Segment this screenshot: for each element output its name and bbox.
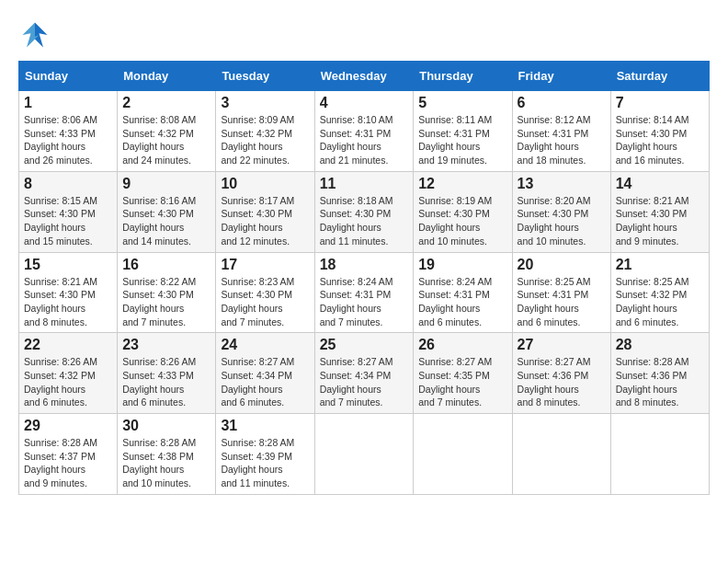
day-number: 16 <box>122 257 210 273</box>
day-info: Sunrise: 8:18 AM Sunset: 4:30 PM Dayligh… <box>320 194 409 248</box>
calendar-table: SundayMondayTuesdayWednesdayThursdayFrid… <box>18 61 710 495</box>
day-cell: 13 Sunrise: 8:20 AM Sunset: 4:30 PM Dayl… <box>512 171 610 252</box>
day-info: Sunrise: 8:28 AM Sunset: 4:39 PM Dayligh… <box>221 436 309 490</box>
day-number: 4 <box>320 95 409 111</box>
day-cell: 25 Sunrise: 8:27 AM Sunset: 4:34 PM Dayl… <box>314 333 414 414</box>
day-info: Sunrise: 8:27 AM Sunset: 4:36 PM Dayligh… <box>518 355 606 409</box>
day-cell: 28 Sunrise: 8:28 AM Sunset: 4:36 PM Dayl… <box>610 333 709 414</box>
day-info: Sunrise: 8:12 AM Sunset: 4:31 PM Dayligh… <box>518 113 606 167</box>
day-cell: 20 Sunrise: 8:25 AM Sunset: 4:31 PM Dayl… <box>512 252 610 333</box>
week-row-5: 29 Sunrise: 8:28 AM Sunset: 4:37 PM Dayl… <box>19 414 710 495</box>
day-cell: 3 Sunrise: 8:09 AM Sunset: 4:32 PM Dayli… <box>216 91 314 172</box>
day-info: Sunrise: 8:21 AM Sunset: 4:30 PM Dayligh… <box>24 275 112 329</box>
day-info: Sunrise: 8:14 AM Sunset: 4:30 PM Dayligh… <box>616 113 704 167</box>
day-number: 3 <box>221 95 309 111</box>
day-number: 21 <box>616 257 704 273</box>
header <box>18 18 710 52</box>
day-number: 26 <box>418 337 506 353</box>
day-cell: 5 Sunrise: 8:11 AM Sunset: 4:31 PM Dayli… <box>414 91 512 172</box>
day-number: 11 <box>320 176 409 192</box>
column-header-wednesday: Wednesday <box>314 62 414 91</box>
day-info: Sunrise: 8:27 AM Sunset: 4:35 PM Dayligh… <box>418 355 506 409</box>
day-cell: 26 Sunrise: 8:27 AM Sunset: 4:35 PM Dayl… <box>414 333 512 414</box>
day-number: 2 <box>122 95 210 111</box>
day-cell: 19 Sunrise: 8:24 AM Sunset: 4:31 PM Dayl… <box>414 252 512 333</box>
day-number: 19 <box>418 257 506 273</box>
day-cell: 11 Sunrise: 8:18 AM Sunset: 4:30 PM Dayl… <box>314 171 414 252</box>
day-cell: 2 Sunrise: 8:08 AM Sunset: 4:32 PM Dayli… <box>118 91 216 172</box>
day-cell: 16 Sunrise: 8:22 AM Sunset: 4:30 PM Dayl… <box>118 252 216 333</box>
column-header-tuesday: Tuesday <box>216 62 314 91</box>
day-cell: 6 Sunrise: 8:12 AM Sunset: 4:31 PM Dayli… <box>512 91 610 172</box>
day-cell: 10 Sunrise: 8:17 AM Sunset: 4:30 PM Dayl… <box>216 171 314 252</box>
header-row: SundayMondayTuesdayWednesdayThursdayFrid… <box>19 62 710 91</box>
day-cell: 9 Sunrise: 8:16 AM Sunset: 4:30 PM Dayli… <box>118 171 216 252</box>
day-info: Sunrise: 8:11 AM Sunset: 4:31 PM Dayligh… <box>418 113 506 167</box>
day-cell <box>414 414 512 495</box>
day-info: Sunrise: 8:25 AM Sunset: 4:32 PM Dayligh… <box>616 275 704 329</box>
day-info: Sunrise: 8:20 AM Sunset: 4:30 PM Dayligh… <box>518 194 606 248</box>
column-header-thursday: Thursday <box>414 62 512 91</box>
day-info: Sunrise: 8:26 AM Sunset: 4:32 PM Dayligh… <box>24 355 112 409</box>
day-cell: 1 Sunrise: 8:06 AM Sunset: 4:33 PM Dayli… <box>19 91 118 172</box>
day-cell: 22 Sunrise: 8:26 AM Sunset: 4:32 PM Dayl… <box>19 333 118 414</box>
day-number: 5 <box>418 95 506 111</box>
day-number: 12 <box>418 176 506 192</box>
day-info: Sunrise: 8:27 AM Sunset: 4:34 PM Dayligh… <box>221 355 309 409</box>
day-info: Sunrise: 8:09 AM Sunset: 4:32 PM Dayligh… <box>221 113 309 167</box>
day-number: 29 <box>24 418 112 434</box>
day-info: Sunrise: 8:25 AM Sunset: 4:31 PM Dayligh… <box>518 275 606 329</box>
day-info: Sunrise: 8:28 AM Sunset: 4:36 PM Dayligh… <box>616 355 704 409</box>
day-cell <box>610 414 709 495</box>
day-info: Sunrise: 8:26 AM Sunset: 4:33 PM Dayligh… <box>122 355 210 409</box>
day-cell: 4 Sunrise: 8:10 AM Sunset: 4:31 PM Dayli… <box>314 91 414 172</box>
day-cell: 27 Sunrise: 8:27 AM Sunset: 4:36 PM Dayl… <box>512 333 610 414</box>
day-number: 30 <box>122 418 210 434</box>
day-info: Sunrise: 8:27 AM Sunset: 4:34 PM Dayligh… <box>320 355 409 409</box>
week-row-4: 22 Sunrise: 8:26 AM Sunset: 4:32 PM Dayl… <box>19 333 710 414</box>
day-info: Sunrise: 8:22 AM Sunset: 4:30 PM Dayligh… <box>122 275 210 329</box>
day-cell: 21 Sunrise: 8:25 AM Sunset: 4:32 PM Dayl… <box>610 252 709 333</box>
day-info: Sunrise: 8:16 AM Sunset: 4:30 PM Dayligh… <box>122 194 210 248</box>
day-number: 24 <box>221 337 309 353</box>
day-number: 31 <box>221 418 309 434</box>
day-cell: 31 Sunrise: 8:28 AM Sunset: 4:39 PM Dayl… <box>216 414 314 495</box>
day-cell: 12 Sunrise: 8:19 AM Sunset: 4:30 PM Dayl… <box>414 171 512 252</box>
day-info: Sunrise: 8:10 AM Sunset: 4:31 PM Dayligh… <box>320 113 409 167</box>
day-number: 25 <box>320 337 409 353</box>
day-number: 13 <box>518 176 606 192</box>
day-info: Sunrise: 8:28 AM Sunset: 4:38 PM Dayligh… <box>122 436 210 490</box>
day-number: 14 <box>616 176 704 192</box>
week-row-1: 1 Sunrise: 8:06 AM Sunset: 4:33 PM Dayli… <box>19 91 710 172</box>
column-header-friday: Friday <box>512 62 610 91</box>
day-number: 27 <box>518 337 606 353</box>
day-number: 9 <box>122 176 210 192</box>
day-number: 8 <box>24 176 112 192</box>
column-header-sunday: Sunday <box>19 62 118 91</box>
day-cell: 29 Sunrise: 8:28 AM Sunset: 4:37 PM Dayl… <box>19 414 118 495</box>
day-info: Sunrise: 8:19 AM Sunset: 4:30 PM Dayligh… <box>418 194 506 248</box>
column-header-saturday: Saturday <box>610 62 709 91</box>
day-number: 6 <box>518 95 606 111</box>
day-info: Sunrise: 8:24 AM Sunset: 4:31 PM Dayligh… <box>320 275 409 329</box>
day-number: 18 <box>320 257 409 273</box>
logo-icon <box>18 18 51 52</box>
day-cell: 30 Sunrise: 8:28 AM Sunset: 4:38 PM Dayl… <box>118 414 216 495</box>
day-number: 20 <box>518 257 606 273</box>
day-info: Sunrise: 8:17 AM Sunset: 4:30 PM Dayligh… <box>221 194 309 248</box>
day-cell: 24 Sunrise: 8:27 AM Sunset: 4:34 PM Dayl… <box>216 333 314 414</box>
day-info: Sunrise: 8:23 AM Sunset: 4:30 PM Dayligh… <box>221 275 309 329</box>
day-cell: 8 Sunrise: 8:15 AM Sunset: 4:30 PM Dayli… <box>19 171 118 252</box>
day-cell: 17 Sunrise: 8:23 AM Sunset: 4:30 PM Dayl… <box>216 252 314 333</box>
day-cell <box>512 414 610 495</box>
column-header-monday: Monday <box>118 62 216 91</box>
day-cell: 23 Sunrise: 8:26 AM Sunset: 4:33 PM Dayl… <box>118 333 216 414</box>
day-number: 22 <box>24 337 112 353</box>
day-info: Sunrise: 8:21 AM Sunset: 4:30 PM Dayligh… <box>616 194 704 248</box>
day-number: 23 <box>122 337 210 353</box>
day-number: 7 <box>616 95 704 111</box>
day-info: Sunrise: 8:06 AM Sunset: 4:33 PM Dayligh… <box>24 113 112 167</box>
day-cell: 18 Sunrise: 8:24 AM Sunset: 4:31 PM Dayl… <box>314 252 414 333</box>
day-cell <box>314 414 414 495</box>
day-cell: 15 Sunrise: 8:21 AM Sunset: 4:30 PM Dayl… <box>19 252 118 333</box>
